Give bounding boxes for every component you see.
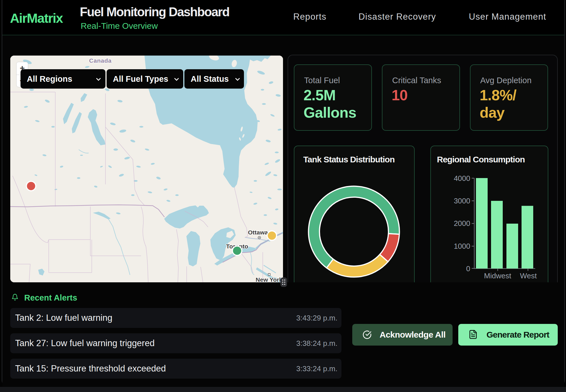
svg-text:2000: 2000 — [454, 219, 470, 228]
svg-text:0: 0 — [466, 264, 470, 273]
svg-text:1000: 1000 — [454, 242, 470, 250]
svg-text:Ottawa: Ottawa — [248, 229, 268, 236]
svg-text:Canada: Canada — [89, 57, 112, 64]
svg-text:New York: New York — [256, 276, 282, 282]
svg-text:Midwest: Midwest — [484, 271, 511, 280]
svg-text:West: West — [520, 271, 537, 280]
svg-text:3000: 3000 — [454, 197, 470, 205]
svg-text:4000: 4000 — [454, 174, 470, 183]
